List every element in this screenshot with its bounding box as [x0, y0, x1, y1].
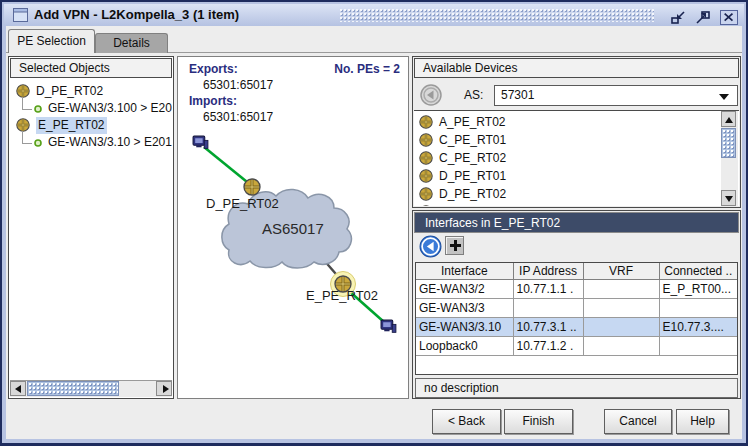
device-list-scrollbar[interactable] [721, 111, 738, 206]
router-icon [419, 115, 433, 129]
router-icon [16, 84, 30, 98]
interface-leaf-icon [34, 105, 42, 113]
window-icon [13, 8, 28, 22]
ce-computer-1[interactable] [193, 136, 208, 148]
table-row[interactable]: GE-WAN3/3 [416, 298, 737, 317]
ce-computer-2[interactable] [381, 320, 396, 332]
node-label-d: D_PE_RT02 [206, 196, 279, 211]
as-selector-row: AS: 57301 [414, 79, 739, 110]
device-item[interactable]: D_PE_RT02 [414, 185, 721, 203]
cell [513, 298, 583, 317]
as-combobox[interactable]: 57301 [494, 85, 738, 106]
cell [659, 298, 737, 317]
pe-router-d[interactable] [244, 179, 260, 195]
link-line-green [204, 147, 252, 186]
cell [583, 298, 659, 317]
tree-item-label: GE-WAN3/3.10 > E201. [48, 134, 172, 151]
router-icon [419, 169, 433, 183]
finish-button[interactable]: Finish [504, 409, 573, 434]
selected-objects-tree: D_PE_RT02 GE-WAN3/3.100 > E201 E_PE_RT02… [10, 79, 172, 379]
cell: GE-WAN3/3.10 [416, 317, 513, 336]
interface-leaf-icon [34, 139, 42, 147]
device-item[interactable]: D_PE_RT01 [414, 167, 721, 185]
col-connected[interactable]: Connected .. [659, 263, 737, 279]
interfaces-panel: Interfaces in E_PE_RT02 Interface IP Add… [412, 210, 741, 399]
table-row[interactable]: GE-WAN3/2 10.77.1.1 . E_P_RT00... [416, 279, 737, 298]
table-header-row: Interface IP Address VRF Connected .. [416, 263, 737, 279]
cell: 10.77.1.1 . [513, 279, 583, 298]
router-icon [419, 133, 433, 147]
add-vpn-dialog: Add VPN - L2Kompella_3 (1 item) PE Selec… [0, 0, 748, 446]
topology-panel: AS65017 D_PE_RT02 E_PE_RT02 Exports: 653… [177, 56, 409, 399]
description-field: no description [415, 378, 738, 398]
tree-connector [22, 131, 23, 143]
tree-horizontal-scrollbar[interactable] [10, 380, 172, 397]
interfaces-toolbar [414, 234, 739, 260]
cloud-label: AS65017 [262, 220, 324, 237]
interfaces-table: Interface IP Address VRF Connected .. GE… [415, 262, 738, 375]
device-label: C_PE_RT01 [439, 131, 506, 149]
window-title: Add VPN - L2Kompella_3 (1 item) [34, 4, 239, 26]
exports-label: Exports: [189, 62, 238, 76]
tree-item-label: GE-WAN3/3.100 > E201 [48, 100, 172, 117]
minimize-icon[interactable] [670, 10, 688, 25]
node-label-e: E_PE_RT02 [306, 288, 378, 303]
exports-value: 65301:65017 [203, 78, 273, 92]
router-icon [419, 151, 433, 165]
move-left-icon[interactable] [419, 235, 442, 258]
scrollbar-thumb[interactable] [721, 128, 736, 158]
router-icon [419, 187, 433, 201]
scroll-down-button[interactable] [721, 190, 736, 206]
imports-value: 65301:65017 [203, 110, 273, 124]
interfaces-header: Interfaces in E_PE_RT02 [414, 212, 739, 233]
selected-objects-panel: Selected Objects D_PE_RT02 GE-WAN3/3.100… [8, 56, 174, 399]
pe-count: No. PEs = 2 [334, 62, 400, 76]
cell: GE-WAN3/3 [416, 298, 513, 317]
cell [659, 336, 737, 355]
chevron-down-icon [719, 94, 729, 100]
tree-connector [22, 143, 32, 144]
close-icon[interactable] [720, 10, 738, 25]
cell [583, 336, 659, 355]
as-value: 57301 [501, 88, 534, 102]
available-devices-panel: Available Devices AS: 57301 A_PE_RT02 C_… [412, 56, 741, 208]
tree-item-label: D_PE_RT02 [36, 83, 103, 100]
move-left-disabled-icon[interactable] [420, 84, 442, 106]
tab-details[interactable]: Details [95, 33, 168, 53]
device-item[interactable]: A_PE_RT02 [414, 113, 721, 131]
cell: 10.77.3.1 .. [513, 317, 583, 336]
cell: GE-WAN3/2 [416, 279, 513, 298]
tree-connector [22, 109, 32, 110]
cell [583, 317, 659, 336]
tab-pe-selection[interactable]: PE Selection [8, 29, 95, 53]
maximize-icon[interactable] [694, 10, 712, 25]
table-row[interactable]: Loopback0 10.77.1.2 . [416, 336, 737, 355]
cancel-button[interactable]: Cancel [604, 409, 672, 434]
topology-map: AS65017 D_PE_RT02 E_PE_RT02 [178, 57, 408, 398]
device-item[interactable]: C_PE_RT01 [414, 131, 721, 149]
add-interface-button[interactable] [445, 236, 464, 255]
scrollbar-thumb[interactable] [27, 381, 119, 396]
titlebar-texture [339, 8, 654, 22]
col-vrf[interactable]: VRF [583, 263, 659, 279]
scroll-up-button[interactable] [721, 111, 736, 127]
scroll-left-button[interactable] [10, 381, 26, 396]
router-icon [16, 118, 30, 132]
device-label: D_PE_RT02 [439, 185, 506, 203]
help-button[interactable]: Help [676, 409, 729, 434]
cell: E10.77.3.... [659, 317, 737, 336]
col-interface[interactable]: Interface [416, 263, 513, 279]
col-ip-address[interactable]: IP Address [513, 263, 583, 279]
scroll-right-button[interactable] [156, 381, 172, 396]
device-item[interactable]: C_PE_RT02 [414, 149, 721, 167]
device-list: A_PE_RT02 C_PE_RT01 C_PE_RT02 D_PE_RT01 … [414, 110, 739, 206]
imports-label: Imports: [189, 94, 237, 108]
title-bar[interactable]: Add VPN - L2Kompella_3 (1 item) [4, 4, 744, 26]
back-button[interactable]: < Back [432, 409, 501, 434]
cell: 10.77.1.2 . [513, 336, 583, 355]
cell: Loopback0 [416, 336, 513, 355]
as-label: AS: [464, 85, 483, 106]
table-row-selected[interactable]: GE-WAN3/3.10 10.77.3.1 .. E10.77.3.... [416, 317, 737, 336]
tree-item-label-selected: E_PE_RT02 [36, 117, 107, 134]
device-item-partial[interactable] [414, 203, 721, 206]
